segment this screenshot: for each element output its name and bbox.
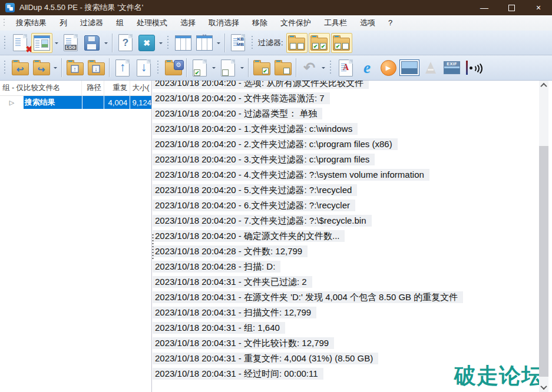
deselect-files-button[interactable] [218, 58, 238, 78]
audio-arc [468, 61, 482, 76]
select-folder-files-button[interactable]: ✔ [252, 58, 272, 78]
folder-forward-button[interactable]: ↪ [31, 58, 51, 78]
save-button[interactable] [82, 33, 102, 53]
media-player-icon: ▶ [381, 60, 396, 76]
toolbar-grip[interactable] [157, 60, 160, 75]
previous-group-button[interactable]: ↑ [65, 58, 85, 78]
image-viewer-icon [401, 61, 418, 74]
previous-file-button[interactable]: ↑ [113, 58, 133, 78]
menu-item-select[interactable]: 选择 [174, 15, 202, 31]
undo-button[interactable]: ↶ [299, 58, 319, 78]
open-media-player-button[interactable]: ▶ [378, 58, 398, 78]
menu-item-file-protection[interactable]: 文件保护 [274, 15, 318, 31]
next-file-button[interactable]: ↓ [134, 58, 154, 78]
menu-item-process-mode[interactable]: 处理模式 [130, 15, 174, 31]
menu-item-options[interactable]: 选项 [353, 15, 382, 31]
menu-item-filter[interactable]: 过滤器 [74, 15, 110, 31]
maximize-icon [508, 5, 515, 11]
open-audio-player-button[interactable] [463, 58, 483, 78]
columns-icon [196, 35, 213, 51]
scroll-down-button[interactable] [539, 383, 548, 392]
filter-checked-button[interactable]: ✔ ✔ [309, 33, 330, 53]
log-panel: 2023/10/18 20:04:20 - 选项: 从所有源文件夹比较文件202… [153, 81, 539, 392]
menu-item-remove[interactable]: 移除 [246, 15, 274, 31]
log-line-2: 2023/10/18 20:04:20 - 文件夹筛选器激活: 7 [153, 92, 330, 104]
log-line-1: 2023/10/18 20:04:20 - 选项: 从所有源文件夹比较文件 [153, 81, 369, 89]
menu-item-columns[interactable]: 列 [53, 15, 74, 31]
folder-forward-dropdown[interactable] [52, 58, 58, 78]
log-line-9: 2023/10/18 20:04:20 - 6.文件夹过滤器: ?:\recyc… [153, 200, 355, 211]
columns-view-button[interactable] [173, 33, 193, 53]
checkbox-checked-icon: ✔ [262, 68, 269, 74]
column-width-button[interactable]: ↔ [194, 33, 214, 53]
column-header-size[interactable]: 大小( [130, 81, 151, 95]
select-files-dropdown[interactable] [210, 58, 217, 78]
select-files-button[interactable]: ✔ [190, 58, 210, 78]
panel-splitter[interactable] [152, 234, 154, 261]
result-duplicates-cell: 4,004 [104, 96, 130, 109]
minimize-button[interactable]: — [471, 0, 498, 15]
close-search-result-button[interactable]: ✖ [10, 33, 30, 53]
window-controls: — × [471, 0, 552, 15]
result-path-cell [82, 96, 104, 109]
maximize-button[interactable] [498, 0, 525, 15]
save-dropdown[interactable] [103, 33, 109, 53]
column-width-dropdown[interactable] [215, 33, 222, 53]
filter-unchecked-button[interactable] [286, 33, 308, 53]
menu-item-deselect[interactable]: 取消选择 [202, 15, 246, 31]
toolbar-grip[interactable] [167, 35, 170, 51]
toolbar-grip[interactable] [4, 60, 6, 75]
undo-dropdown[interactable] [320, 58, 326, 78]
deselect-folder-files-button[interactable] [273, 58, 293, 78]
folder-icon: ⚙ [165, 62, 182, 75]
open-vlc-button[interactable] [421, 58, 441, 78]
preview-layout-dropdown[interactable] [53, 33, 60, 53]
expander-icon[interactable]: ▷ [0, 96, 24, 109]
save-icon [84, 35, 100, 51]
filter-mixed-button[interactable]: ✔ [331, 33, 352, 53]
log-button[interactable]: LOG [61, 33, 81, 53]
log-line-5: 2023/10/18 20:04:20 - 2.文件夹过滤器: c:\progr… [153, 138, 398, 150]
search-result-row[interactable]: ▷ 搜索结果 4,004 9,124 [0, 96, 151, 109]
results-panel: 组 - 仅比较文件名 路径 重复 大小( ▷ 搜索结果 4,004 9,124 [0, 81, 152, 392]
log-line-4: 2023/10/18 20:04:20 - 1.文件夹过滤器: c:\windo… [153, 123, 358, 135]
size-format-button[interactable]: KB MB [228, 33, 248, 53]
back-arrow-icon: ↩ [12, 63, 28, 75]
scrollbar-thumb[interactable] [539, 146, 548, 377]
preview-layout-button[interactable] [31, 33, 52, 53]
folder-back-button[interactable]: ↩ [10, 58, 30, 78]
cancel-button[interactable]: ✖ [137, 33, 157, 53]
folder-options-button[interactable]: ⚙ [163, 58, 183, 78]
help-button[interactable]: ? [115, 33, 135, 53]
log-line-16: 2023/10/18 20:04:31 - 扫描文件: 12,799 [153, 307, 316, 318]
watermark: 破走论坛 [454, 361, 544, 391]
toolbar-grip[interactable] [329, 60, 332, 75]
menubar-items: 搜索结果列过滤器组处理模式选择取消选择移除文件保护工具栏选项? [9, 15, 399, 31]
log-scrollbar[interactable] [539, 81, 548, 392]
toolbar-grip[interactable] [251, 35, 254, 51]
menubar-grip[interactable] [3, 18, 6, 28]
menubar: 搜索结果列过滤器组处理模式选择取消选择移除文件保护工具栏选项? [0, 15, 552, 31]
checkbox-empty-icon [342, 43, 349, 49]
column-header-path[interactable]: 路径 [82, 81, 104, 95]
menu-item-toolbar[interactable]: 工具栏 [318, 15, 353, 31]
open-image-viewer-button[interactable] [399, 58, 419, 78]
open-text-viewer-button[interactable]: A [336, 58, 356, 78]
column-header-group[interactable]: 组 - 仅比较文件名 [0, 81, 82, 95]
mb-label: MB [237, 42, 244, 47]
next-group-button[interactable]: ↓ [86, 58, 106, 78]
scroll-up-button[interactable] [539, 81, 548, 90]
menu-item-help[interactable]: ? [382, 15, 399, 31]
open-browser-button[interactable]: e [357, 58, 377, 78]
menu-item-group[interactable]: 组 [110, 15, 130, 31]
menu-item-search-results[interactable]: 搜索结果 [9, 15, 53, 31]
open-exif-viewer-button[interactable]: EXIF [442, 58, 462, 78]
close-button[interactable]: × [525, 0, 552, 15]
question-mark-icon: ? [115, 33, 135, 53]
deselect-files-dropdown[interactable] [239, 58, 245, 78]
log-line-18: 2023/10/18 20:04:31 - 文件比较计数: 12,799 [153, 337, 334, 349]
undo-icon: ↶ [303, 61, 315, 75]
toolbar-grip[interactable] [4, 35, 6, 51]
cancel-dropdown[interactable] [157, 33, 164, 53]
column-header-duplicates[interactable]: 重复 [104, 81, 130, 95]
